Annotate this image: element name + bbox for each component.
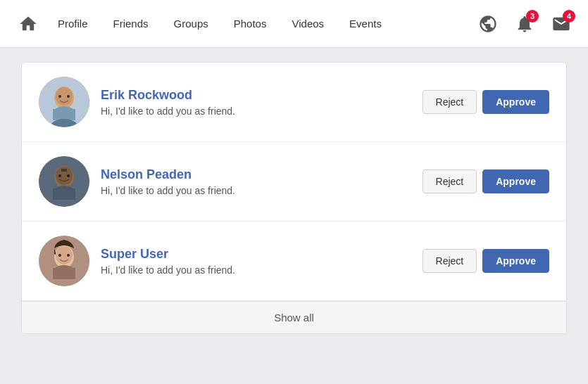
friend-request-erik: Erik Rockwood Hi, I'd like to add you as… <box>22 63 566 142</box>
svg-rect-13 <box>61 169 67 172</box>
svg-point-20 <box>67 254 70 257</box>
reject-button-erik[interactable]: Reject <box>423 90 477 114</box>
notifications-button[interactable]: 3 <box>509 8 540 39</box>
friend-actions-nelson: Reject Approve <box>423 169 549 193</box>
friend-message-nelson: Hi, I'd like to add you as friend. <box>101 185 411 196</box>
friend-actions-erik: Reject Approve <box>423 90 549 114</box>
friend-requests-card: Erik Rockwood Hi, I'd like to add you as… <box>21 62 567 334</box>
reject-button-nelson[interactable]: Reject <box>423 169 477 193</box>
nav-videos[interactable]: Videos <box>279 0 337 48</box>
main-content: Erik Rockwood Hi, I'd like to add you as… <box>0 48 588 348</box>
friend-request-nelson: Nelson Peaden Hi, I'd like to add you as… <box>22 142 566 222</box>
approve-button-erik[interactable]: Approve <box>482 90 549 114</box>
svg-point-19 <box>58 254 61 257</box>
friend-info-super: Super User Hi, I'd like to add you as fr… <box>101 247 411 276</box>
nav-groups[interactable]: Groups <box>161 0 221 48</box>
nav-profile[interactable]: Profile <box>45 0 101 48</box>
approve-button-nelson[interactable]: Approve <box>482 169 549 193</box>
svg-point-3 <box>58 95 61 98</box>
messages-badge: 4 <box>563 10 575 23</box>
avatar-icon-super <box>39 236 89 286</box>
svg-rect-15 <box>53 188 75 200</box>
avatar-super <box>39 236 89 286</box>
reject-button-super[interactable]: Reject <box>423 249 477 273</box>
svg-point-4 <box>67 95 70 98</box>
navbar: Profile Friends Groups Photos Videos Eve… <box>0 0 588 48</box>
friend-message-super: Hi, I'd like to add you as friend. <box>101 264 411 276</box>
friend-request-super: Super User Hi, I'd like to add you as fr… <box>22 222 566 301</box>
messages-button[interactable]: 4 <box>546 8 577 39</box>
avatar-icon-erik <box>39 77 89 127</box>
globe-icon <box>478 14 498 34</box>
avatar-icon-nelson <box>39 156 89 207</box>
notifications-badge: 3 <box>526 10 539 23</box>
home-button[interactable] <box>11 7 45 41</box>
svg-rect-22 <box>53 268 75 279</box>
nav-friends[interactable]: Friends <box>101 0 161 48</box>
avatar-erik <box>39 77 89 127</box>
avatar-nelson <box>39 156 89 207</box>
friend-info-nelson: Nelson Peaden Hi, I'd like to add you as… <box>101 167 411 196</box>
svg-point-11 <box>58 174 61 177</box>
friend-message-erik: Hi, I'd like to add you as friend. <box>101 105 411 117</box>
friend-actions-super: Reject Approve <box>423 249 549 273</box>
approve-button-super[interactable]: Approve <box>482 249 549 273</box>
friend-name-super[interactable]: Super User <box>101 247 411 262</box>
svg-point-12 <box>67 174 70 177</box>
friend-name-nelson[interactable]: Nelson Peaden <box>101 167 411 182</box>
nav-events[interactable]: Events <box>337 0 394 48</box>
nav-photos[interactable]: Photos <box>221 0 280 48</box>
nav-icons: 3 4 <box>473 8 577 39</box>
home-icon <box>18 14 38 34</box>
friend-info-erik: Erik Rockwood Hi, I'd like to add you as… <box>101 88 411 117</box>
svg-rect-6 <box>53 109 75 120</box>
globe-button[interactable] <box>473 8 503 39</box>
show-all-button[interactable]: Show all <box>22 301 566 333</box>
friend-name-erik[interactable]: Erik Rockwood <box>101 88 411 103</box>
